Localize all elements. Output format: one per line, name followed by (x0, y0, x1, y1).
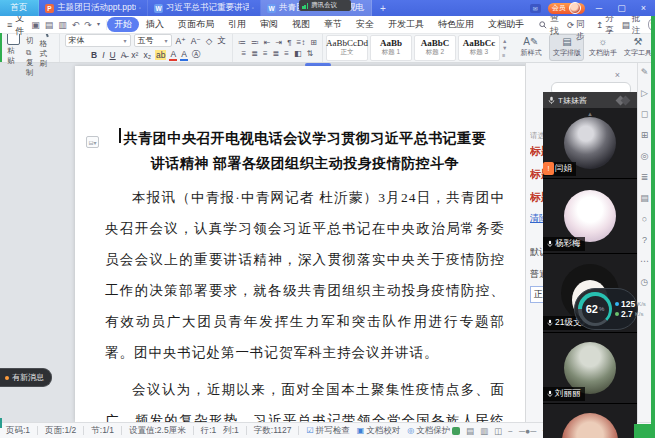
redo-icon[interactable]: ↷ (84, 20, 92, 30)
line-spacing-button[interactable]: ≡↕ (297, 38, 306, 47)
numbering-button[interactable]: ≕ (251, 38, 259, 47)
char-border-button[interactable]: A (180, 49, 188, 61)
font-size-select[interactable]: 五号▾ (134, 34, 172, 47)
indent-button[interactable]: ⇥ (276, 38, 283, 47)
qat-dropdown-icon[interactable]: ▾ (97, 20, 100, 30)
tab-home[interactable]: 首页 (0, 0, 39, 16)
menu-tab-featured-apps[interactable]: 特色应用 (431, 17, 481, 32)
tab-pin-icon[interactable]: ▫ (139, 5, 141, 11)
comment-button[interactable]: ▤批注 (622, 13, 641, 37)
style-normal[interactable]: AaBbCcDd 正文 (326, 35, 368, 61)
copy-button[interactable]: ⧉ 复制 (26, 48, 34, 78)
pane-close-icon[interactable]: × (615, 70, 620, 80)
clear-format-button[interactable]: ◇ (205, 36, 214, 46)
circle-icon[interactable]: ○ (642, 215, 647, 224)
participant-video-cell[interactable]: 刘丽丽 (543, 333, 637, 404)
outline-collapse-icon[interactable]: ⊟▾ (86, 136, 99, 148)
history-icon[interactable]: ◷ (641, 278, 649, 287)
web-view-icon[interactable]: ▥ (480, 426, 488, 436)
align-left-button[interactable]: ≡ (242, 49, 247, 58)
proofing-toggle[interactable]: ▣文档校对 (357, 425, 401, 437)
tab-pin-icon[interactable]: ▫ (252, 5, 254, 11)
status-word-count[interactable]: 字数:1127 (254, 425, 292, 437)
print-icon[interactable]: ▤ (45, 20, 54, 30)
menu-tab-review[interactable]: 审阅 (253, 17, 285, 32)
menu-tab-view[interactable]: 视图 (285, 17, 317, 32)
bold-button[interactable]: B (90, 50, 98, 60)
participant-video-cell[interactable] (543, 404, 637, 438)
zoom-out-icon[interactable]: − (508, 426, 513, 436)
document-page[interactable]: ⊟▾ 共青团中央召开电视电话会议学习贯彻习近平总书记重要 讲话精神 部署各级团组… (75, 66, 545, 422)
performance-widget[interactable]: 62% 125 K/s 2.7 K/s (574, 288, 638, 330)
menu-tab-page-layout[interactable]: 页面布局 (171, 17, 221, 32)
member-button[interactable]: 会员 (548, 3, 585, 14)
style-heading1[interactable]: AaBb 标题 1 (370, 35, 412, 61)
layout-icon[interactable]: ▤ (640, 194, 649, 203)
menu-tab-insert[interactable]: 插入 (139, 17, 171, 32)
cursor-icon[interactable]: ▷ (641, 89, 648, 98)
menu-tab-doc-assistant[interactable]: 文档助手 (481, 17, 531, 32)
notification-icon[interactable]: ! (543, 162, 554, 175)
align-center-button[interactable]: ≣ (251, 49, 258, 58)
save-icon[interactable]: ▣ (31, 20, 40, 30)
outdent-button[interactable]: ⇤ (264, 38, 271, 47)
pen-icon[interactable]: ✎ (641, 68, 649, 77)
minimize-button[interactable]: ─ (592, 3, 606, 13)
borders-button[interactable]: ⊞ (310, 38, 317, 47)
strikethrough-button[interactable]: A̶ (120, 50, 128, 60)
shading-button[interactable]: ◧ (294, 49, 302, 58)
menu-tab-section[interactable]: 章节 (317, 17, 349, 32)
shape-icon[interactable]: ◻ (641, 110, 648, 119)
tab-doc-speech[interactable]: W 习近平总书记重要讲话精神 ▫ (148, 0, 261, 16)
menu-tab-references[interactable]: 引用 (221, 17, 253, 32)
meeting-floating-bar[interactable]: 腾讯会议 (299, 0, 351, 11)
participant-video-cell[interactable]: ▲ ! 闫娟 (543, 108, 637, 179)
undo-icon[interactable]: ↶ (72, 20, 80, 30)
message-icon[interactable]: ✉ (530, 4, 541, 13)
distribute-button[interactable]: ≡ (284, 49, 289, 58)
italic-button[interactable]: I (101, 50, 105, 60)
meeting-panel-header[interactable]: T妹妹酱 (543, 92, 637, 108)
preview-icon[interactable]: ▥ (58, 20, 67, 30)
highlight-button[interactable]: ab (155, 50, 166, 60)
char-shading-button[interactable]: Ⓐ (191, 49, 202, 61)
participant-video-cell[interactable]: 杨彩梅 (543, 179, 637, 254)
underline-button[interactable]: U (109, 50, 117, 60)
grow-font-button[interactable]: A⁺ (175, 36, 187, 46)
new-tab-button[interactable]: + (372, 0, 394, 16)
menu-tab-home[interactable]: 开始 (107, 17, 139, 32)
outline-view-icon[interactable]: ◫ (494, 426, 502, 436)
style-heading3[interactable]: AaBbCc 标题 3 (458, 35, 500, 61)
justify-button[interactable]: ≣ (273, 49, 280, 58)
tab-ppt-document[interactable]: P 主题团日活动ppt.pptx ▫ (39, 0, 148, 16)
subscript-button[interactable]: x₂ (142, 50, 152, 60)
more-icon[interactable]: ⋯ (640, 257, 649, 266)
spell-check-toggle[interactable]: ☑拼写检查 (306, 425, 349, 437)
zoom-slider[interactable]: ─●─ (519, 426, 536, 436)
phonetic-guide-button[interactable]: 文 (216, 35, 227, 47)
superscript-button[interactable]: x² (130, 50, 139, 60)
protection-toggle[interactable]: ◎文档保护 (407, 425, 450, 437)
menu-tab-dev-tools[interactable]: 开发工具 (381, 17, 431, 32)
table-icon[interactable]: ⊞ (641, 131, 649, 140)
list-icon[interactable]: ≣ (641, 173, 649, 182)
page-view-icon[interactable]: ▤ (466, 426, 474, 436)
text-direction-button[interactable]: ¶ (287, 38, 291, 47)
share-button[interactable]: ↥分享 (596, 13, 614, 37)
align-right-button[interactable]: ≡ (263, 49, 268, 58)
shrink-font-button[interactable]: A⁻ (190, 36, 202, 46)
menu-tab-security[interactable]: 安全 (349, 17, 381, 32)
font-name-select[interactable]: 宋体▾ (65, 34, 131, 47)
styles-scroll-arrows[interactable]: ▲▼≡ (502, 38, 507, 58)
sort-button[interactable]: ⇅ (307, 49, 314, 58)
style-heading2[interactable]: AaBbC 标题 2 (414, 35, 456, 61)
bullets-button[interactable]: ≔ (238, 38, 246, 47)
new-style-button[interactable]: A✎新样式 (514, 35, 547, 60)
help-icon[interactable]: ? (642, 236, 647, 245)
close-button[interactable]: × (637, 3, 650, 13)
font-color-button[interactable]: A (169, 49, 177, 61)
notification-toast[interactable]: 有新消息 (0, 368, 52, 387)
maximize-button[interactable]: ▢ (613, 3, 630, 13)
stamp-icon[interactable]: ◎ (641, 152, 649, 161)
eye-protection-icon[interactable] (452, 427, 460, 435)
